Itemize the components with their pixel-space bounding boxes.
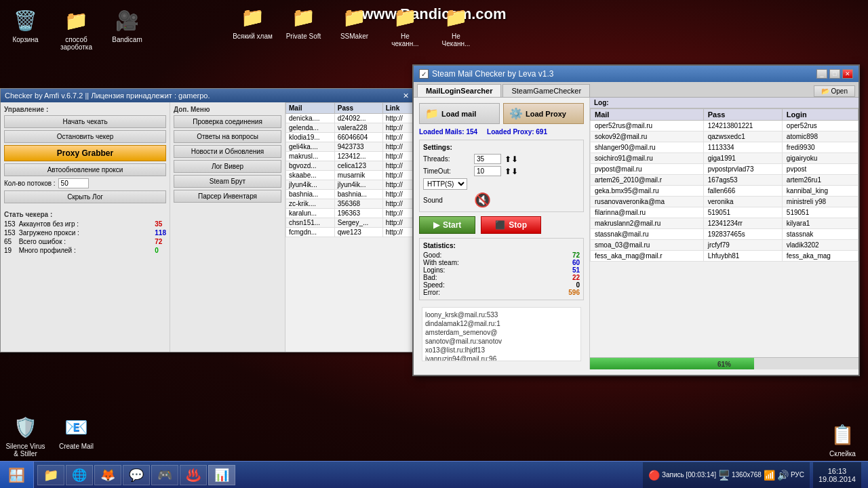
protocol-select[interactable]: HTTP(S) SOCKS4 SOCKS5 — [423, 178, 467, 190]
start-button[interactable]: ▶ Start — [419, 216, 475, 234]
threads-setting-input[interactable] — [474, 154, 501, 164]
timeout-arrows[interactable]: ⬆⬇ — [505, 167, 518, 176]
log-table-row[interactable]: sokov92@mail.ru qazwsxedc1 atomic898 — [591, 131, 859, 142]
log-table-row[interactable]: pvpost@mail.ru pvpostprvlad73 pvpost — [591, 164, 859, 175]
sound-mute-icon[interactable]: 🔇 — [474, 192, 491, 208]
taskbar-btn-browser[interactable]: 🌐 — [66, 465, 93, 485]
desktop-icon-sklei[interactable]: 📋 Склейка — [821, 421, 865, 458]
auto-update-button[interactable]: Автообновление прокси — [4, 163, 166, 176]
load-mail-button[interactable]: 📁 Load mail — [419, 103, 500, 124]
answers-button[interactable]: Ответы на вопросы — [174, 130, 281, 143]
log-viper-button[interactable]: Лог Вивер — [174, 160, 281, 173]
link-cell: http:// — [382, 199, 412, 209]
log-login-cell: ministreli y98 — [782, 197, 858, 207]
log-pass-cell: 12341234rr — [703, 218, 782, 229]
checker-stats-section: Стать чекера : 153 Аккаунтов без игр : 3… — [4, 211, 166, 254]
log-table-row[interactable]: filarinna@mail.ru 519051 519051 — [591, 207, 859, 218]
steam-brute-button[interactable]: Steam Брут — [174, 175, 281, 188]
open-icon: 📂 — [821, 87, 829, 95]
log-table-row[interactable]: fess_aka_mag@mail.r Lhfuybh81 fess_aka_m… — [591, 251, 859, 262]
taskbar-btn-checker[interactable]: 📊 — [208, 465, 235, 485]
main-window: ✓ Steam Mail Checker by Leva v1.3 _ □ ✕ … — [412, 64, 860, 376]
earn-icon: 📁 — [63, 7, 90, 34]
log-mail-cell: stassnak@mail.ru — [591, 229, 704, 240]
log-table-row[interactable]: smoa_03@mail.ru jrcfyf79 vladik3202 — [591, 240, 859, 251]
desktop-icon-ne2[interactable]: 📁 НеЧеканн... — [434, 3, 478, 47]
mail-table-row[interactable]: chsn151... Sergey_... http:// — [286, 218, 413, 228]
load-proxy-button[interactable]: ⚙️ Load Proxy — [503, 103, 584, 124]
mail-table-row[interactable]: denicka.... d24092... http:// — [286, 114, 413, 123]
desktop-icon-bandicam[interactable]: 🎥 Bandicam — [105, 7, 149, 51]
desktop-icon-ne1[interactable]: 📁 Нечеканн... — [383, 3, 427, 47]
mail-table-row[interactable]: zc-krik.... 356368 http:// — [286, 199, 413, 209]
start-menu-button[interactable]: 🪟 — [0, 462, 34, 489]
log-table-wrap[interactable]: Mail Pass Login oper52rus@mail.ru 124213… — [590, 108, 859, 357]
taskbar-files-icon: 📁 — [43, 468, 58, 483]
mail-table-scroll[interactable]: Mail Pass Link denicka.... d24092... htt… — [285, 102, 413, 237]
taskbar-btn-files[interactable]: 📁 — [37, 465, 64, 485]
log-table-row[interactable]: stassnak@mail.ru 192837465s stassnak — [591, 229, 859, 240]
mail-table-row[interactable]: jlyun4ik... jlyun4ik... http:// — [286, 180, 413, 190]
log-table-row[interactable]: shlanger90@mail.ru 1113334 fredi9930 — [591, 142, 859, 153]
stat-good-label: Good: — [423, 251, 441, 259]
desktop-icon-create-mail[interactable]: 📧 Create Mail — [54, 413, 98, 458]
stat-steam-val: 60 — [572, 259, 580, 266]
hide-log-button[interactable]: Скрыть Лог — [4, 190, 166, 203]
stat-count4: 19 — [4, 247, 16, 254]
desktop-icon-junk[interactable]: 📁 Всякий хлам — [231, 3, 275, 47]
log-table-row[interactable]: geka.bmx95@mail.ru fallen666 kannibal_ki… — [591, 186, 859, 197]
left-window-close[interactable]: ✕ — [403, 92, 409, 100]
check-connection-button[interactable]: Проверка соединения — [174, 115, 281, 128]
proxy-list-item: dindalamak12@mail.ru:1 — [425, 319, 578, 328]
tray-sound-icon[interactable]: 🔊 — [777, 470, 789, 481]
desktop-icon-trash[interactable]: 🗑️ Корзина — [3, 7, 47, 51]
log-table-row[interactable]: soichiro91@mail.ru giga1991 gigairyoku — [591, 153, 859, 164]
log-table-row[interactable]: makruslann2@mail.ru 12341234rr kilyara1 — [591, 218, 859, 229]
log-table: Mail Pass Login oper52rus@mail.ru 124213… — [590, 108, 859, 262]
taskbar-steam1-icon: 🎮 — [157, 468, 172, 483]
proxy-grabber-button[interactable]: Proxy Grabber — [4, 145, 166, 161]
desktop-icon-ssmaker[interactable]: 📁 SSMaker — [332, 3, 376, 47]
stop-check-button[interactable]: Остановить чекер — [4, 130, 166, 143]
news-button[interactable]: Новости и Обновления — [174, 145, 281, 158]
mail-table-row[interactable]: makrusl... 123412... http:// — [286, 152, 413, 161]
timeout-setting-input[interactable] — [474, 166, 501, 176]
mail-table-row[interactable]: fcmgdn... qwe123 http:// — [286, 228, 413, 237]
taskbar-btn-firefox[interactable]: 🦊 — [94, 465, 121, 485]
tab-mail-login[interactable]: MailLoginSearcher — [417, 84, 501, 97]
tray-record-icon[interactable]: 🔴 — [648, 470, 660, 481]
parser-inventory-button[interactable]: Парсер Инвентаря — [174, 190, 281, 203]
threads-arrows[interactable]: ⬆⬇ — [505, 155, 518, 164]
log-pass-cell: pvpostprvlad73 — [703, 164, 782, 175]
minimize-button[interactable]: _ — [816, 69, 827, 79]
mail-table-row[interactable]: klodia19... 66046604 http:// — [286, 133, 413, 142]
tab-steam-game[interactable]: SteamGameChecker — [502, 84, 590, 97]
mail-table-row[interactable]: skaabe... musarnik http:// — [286, 171, 413, 180]
mail-table-row[interactable]: geli4ka.... 9423733 http:// — [286, 142, 413, 152]
stop-button[interactable]: ⬛ Stop — [481, 216, 541, 234]
log-table-row[interactable]: oper52rus@mail.ru 124213801221 oper52rus — [591, 121, 859, 131]
desktop-icon-earn[interactable]: 📁 способзароботка — [54, 7, 98, 51]
window-checkbox[interactable]: ✓ — [419, 69, 429, 79]
log-login-cell: kilyara1 — [782, 218, 858, 229]
proxy-list-area[interactable]: loony_krsk@mail.ru:533dindalamak12@mail.… — [422, 307, 581, 361]
desktop-icon-silence[interactable]: 🛡️ Silence Virus& Stiller — [3, 413, 47, 458]
log-table-row[interactable]: rusanovaveronika@ma veronika ministreli … — [591, 197, 859, 207]
stat-steam-row: With steam: 60 — [423, 259, 580, 266]
start-check-button[interactable]: Начать чекать — [4, 115, 166, 128]
threads-input[interactable] — [58, 178, 89, 188]
close-button[interactable]: ✕ — [842, 69, 853, 79]
desktop-icon-private[interactable]: 📁 Private Soft — [281, 3, 326, 47]
restore-button[interactable]: □ — [829, 69, 840, 79]
mail-table-row[interactable]: karalun... 196363 http:// — [286, 209, 413, 218]
open-button[interactable]: 📂 Open — [814, 85, 855, 97]
tabs-row: MailLoginSearcher SteamGameChecker 📂 Ope… — [414, 82, 859, 98]
mail-table-row[interactable]: bashnia... bashnia... http:// — [286, 190, 413, 199]
log-table-row[interactable]: artem26_2010@mail.r 167ags53 artem26ru1 — [591, 175, 859, 186]
taskbar-btn-steam1[interactable]: 🎮 — [151, 465, 178, 485]
mail-table-row[interactable]: gelenda... valera228 http:// — [286, 123, 413, 133]
mail-table-row[interactable]: bgvozd... celica123 http:// — [286, 161, 413, 171]
taskbar-btn-skype[interactable]: 💬 — [123, 465, 150, 485]
pass-cell: bashnia... — [334, 190, 382, 199]
taskbar-btn-steam2[interactable]: ♨️ — [180, 465, 207, 485]
